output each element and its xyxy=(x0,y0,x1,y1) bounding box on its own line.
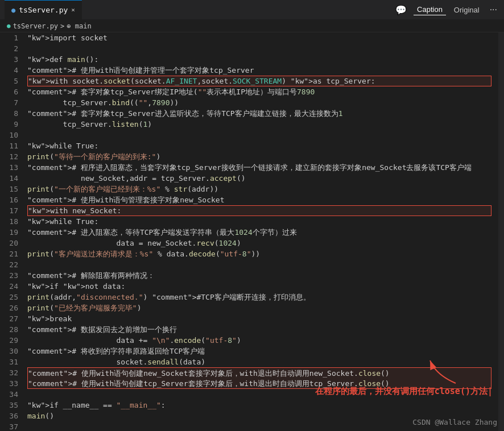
more-button[interactable]: ··· xyxy=(488,3,499,16)
breadcrumb-separator: > xyxy=(60,22,64,30)
breadcrumb-file: tsServer.py xyxy=(13,22,58,30)
line-number: 35 xyxy=(0,400,18,411)
line-number: 7 xyxy=(0,97,18,108)
line-number: 19 xyxy=(0,227,18,238)
code-line: print(addr,"disconnected.") "comment">#T… xyxy=(27,292,498,302)
line-number: 22 xyxy=(0,259,18,270)
code-line xyxy=(27,130,498,140)
line-number: 6 xyxy=(0,86,18,97)
code-line: "comment"># 套字对象tcp_Server进入监听状态，等待TCP客户… xyxy=(27,108,498,119)
line-number: 31 xyxy=(0,357,18,367)
code-line: "comment"># 进入阻塞态，等待TCP客户端发送字符串（最大1024个字… xyxy=(27,227,498,238)
line-number: 16 xyxy=(0,194,18,205)
code-line: "kw">break xyxy=(27,313,498,324)
breadcrumb: ● tsServer.py > ⊕ main xyxy=(0,20,504,32)
code-line xyxy=(27,259,498,270)
code-line: "kw">if "kw">not data: xyxy=(27,281,498,292)
line-number: 3 xyxy=(0,54,18,65)
original-button[interactable]: Original xyxy=(451,5,483,15)
top-bar: ● tsServer.py × 💬 Caption Original ··· xyxy=(0,0,504,20)
code-container: 1234567891011121314151617181920212223242… xyxy=(0,32,504,431)
top-right-buttons: 💬 Caption Original ··· xyxy=(393,3,499,16)
line-number: 11 xyxy=(0,140,18,151)
line-number: 12 xyxy=(0,151,18,162)
code-line: "kw">with socket.socket(socket.AF_INET,s… xyxy=(27,76,491,86)
code-line: "kw">import socket xyxy=(27,32,498,43)
code-line: print("客户端送过来的请求是：%s" % data.decode("utf… xyxy=(27,248,498,259)
line-number: 30 xyxy=(0,346,18,357)
line-number: 34 xyxy=(0,389,18,400)
line-number: 23 xyxy=(0,270,18,281)
code-line: "kw">def main(): xyxy=(27,54,498,65)
code-line: "comment"># 使用with语句管理套接字对象new_Socket xyxy=(27,194,498,205)
line-number: 26 xyxy=(0,302,18,313)
line-number: 24 xyxy=(0,281,18,292)
line-number: 14 xyxy=(0,173,18,184)
breadcrumb-symbol: ⊕ main xyxy=(67,22,91,30)
annotation-area: 在程序的最后，并没有调用任何close()方法| xyxy=(315,358,493,397)
tabs-area: ● tsServer.py × xyxy=(5,0,82,19)
code-line: "comment"># 数据发回去之前增加一个换行 xyxy=(27,324,498,335)
line-number: 17 xyxy=(0,205,18,216)
tab-filename: tsServer.py xyxy=(19,6,68,14)
code-line: "kw">while True: xyxy=(27,140,498,151)
code-line: "comment"># 程序进入阻塞态，当套字对象tcp_Server接收到一个… xyxy=(27,162,498,173)
code-line: "kw">while True: xyxy=(27,216,498,227)
line-number: 21 xyxy=(0,248,18,259)
line-number: 1 xyxy=(0,32,18,43)
line-number: 33 xyxy=(0,378,18,389)
annotation-text: 在程序的最后，并没有调用任何close()方法| xyxy=(315,386,493,397)
code-line: print("一个新的客户端已经到来：%s" % str(addr)) xyxy=(27,184,498,194)
line-number: 28 xyxy=(0,324,18,335)
code-line: "kw">with new_Socket: xyxy=(27,205,491,216)
code-line: "comment"># 将收到的字符串原路返回给TCP客户端 xyxy=(27,346,498,357)
line-number: 29 xyxy=(0,335,18,346)
file-icon: ● xyxy=(7,22,11,30)
code-line: "comment"># 套字对象tcp_Server绑定IP地址(""表示本机I… xyxy=(27,86,498,97)
code-line: tcp_Server.listen(1) xyxy=(27,119,498,130)
line-number: 8 xyxy=(0,108,18,119)
line-number: 10 xyxy=(0,130,18,140)
line-number: 15 xyxy=(0,184,18,194)
line-number: 9 xyxy=(0,119,18,130)
line-number: 25 xyxy=(0,292,18,302)
annotation-arrow xyxy=(424,358,458,386)
code-line: print("已经为客户端服务完毕") xyxy=(27,302,498,313)
line-number: 27 xyxy=(0,313,18,324)
line-number: 20 xyxy=(0,238,18,248)
code-line: "comment"># 使用with语句创建并管理一个套字对象tcp_Serve… xyxy=(27,65,498,76)
line-number: 32 xyxy=(0,367,18,378)
tab-tsserver[interactable]: ● tsServer.py × xyxy=(5,0,82,19)
line-number: 5 xyxy=(0,76,18,86)
line-number: 4 xyxy=(0,65,18,76)
py-icon: ● xyxy=(11,6,15,14)
line-number: 37 xyxy=(0,421,18,431)
code-line: print("等待一个新的客户端的到来:") xyxy=(27,151,498,162)
caption-button[interactable]: Caption xyxy=(414,4,446,15)
line-numbers: 1234567891011121314151617181920212223242… xyxy=(0,32,23,431)
code-line xyxy=(27,43,498,54)
scrollbar[interactable] xyxy=(498,32,504,431)
comment-button[interactable]: 💬 xyxy=(393,3,409,16)
code-line: new_Socket,addr = tcp_Server.accept() xyxy=(27,173,498,184)
line-number: 36 xyxy=(0,411,18,421)
code-line: tcp_Server.bind(("",7890)) xyxy=(27,97,498,108)
line-number: 2 xyxy=(0,43,18,54)
line-number: 13 xyxy=(0,162,18,173)
code-line: data += "\n".encode("utf-8") xyxy=(27,335,498,346)
line-number: 18 xyxy=(0,216,18,227)
code-line: "comment"># 解除阻塞有两种情况： xyxy=(27,270,498,281)
code-line: data = new_Socket.recv(1024) xyxy=(27,238,498,248)
close-icon[interactable]: × xyxy=(71,6,75,14)
code-line: "kw">if __name__ == "__main__": xyxy=(27,400,498,411)
watermark: CSDN @Wallace Zhang xyxy=(412,418,497,426)
